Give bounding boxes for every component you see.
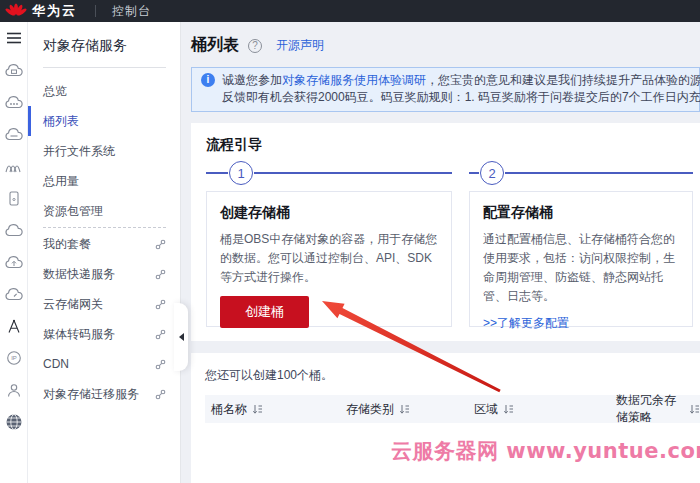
sort-icon[interactable]: [252, 404, 263, 415]
external-link-icon: [155, 239, 166, 250]
step1-number-badge: 1: [229, 161, 253, 185]
steps-row: 1 创建存储桶 桶是OBS中存储对象的容器，用于存储您的数据。您可以通过控制台、…: [206, 158, 700, 327]
banner-line1: 诚邀您参加对象存储服务使用体验调研，您宝贵的意见和建议是我们持续提升产品体验的源…: [222, 72, 700, 89]
survey-banner: i 诚邀您参加对象存储服务使用体验调研，您宝贵的意见和建议是我们持续提升产品体验…: [191, 67, 700, 112]
hamburger-menu-icon[interactable]: [6, 30, 22, 48]
step2-number-badge: 2: [480, 161, 504, 185]
topbar-divider: [95, 5, 96, 17]
step2-title: 配置存储桶: [483, 204, 679, 222]
sidebar-item-label: CDN: [43, 357, 69, 371]
banner-line2: 反馈即有机会获得2000码豆。码豆奖励规则：1. 码豆奖励将于问卷提交后的7个工…: [222, 89, 700, 106]
column-label: 桶名称: [211, 401, 247, 418]
page-title: 桶列表: [191, 35, 239, 56]
page-header: 桶列表 ? 开源声明: [191, 35, 700, 56]
sidebar-divider: [43, 67, 166, 68]
cabinet-icon[interactable]: [4, 190, 24, 206]
bucket-table-header: 桶名称 存储类别 区域 数据冗余存储策略: [205, 395, 700, 423]
brand-name: 华为云: [32, 2, 77, 20]
learn-more-config-link[interactable]: >>了解更多配置: [483, 315, 569, 332]
sidebar-item-label: 云存储网关: [43, 296, 103, 313]
column-label: 存储类别: [346, 401, 394, 418]
ip-icon[interactable]: IP: [4, 350, 24, 366]
cloud-icon[interactable]: [4, 222, 24, 238]
sidebar-item-parallel-fs[interactable]: 并行文件系统: [28, 136, 180, 166]
sort-icon[interactable]: [503, 404, 514, 415]
sidebar-dashed-divider: [43, 227, 166, 228]
banner-line1-post: ，您宝贵的意见和建议是我们持续提升产品体验的源动力，感谢您的参与！: [426, 73, 700, 87]
sidebar-item-label: 总览: [43, 83, 67, 100]
external-link-icon: [155, 299, 166, 310]
step1-title: 创建存储桶: [220, 204, 438, 222]
external-link-icon: [155, 359, 166, 370]
external-link-icon: [155, 329, 166, 340]
step1-connector: 1: [206, 158, 452, 188]
survey-link[interactable]: 对象存储服务使用体验调研: [282, 73, 426, 87]
svg-text:IP: IP: [11, 355, 17, 361]
sidebar-item-cdn[interactable]: CDN: [28, 349, 180, 379]
column-storage-class[interactable]: 存储类别: [340, 401, 468, 418]
sidebar-item-media-transcoding[interactable]: 媒体转码服务: [28, 319, 180, 349]
sidebar-item-total-usage[interactable]: 总用量: [28, 166, 180, 196]
step2-card: 配置存储桶 通过配置桶信息、让存储桶符合您的使用要求，包括：访问权限控制，生命周…: [469, 191, 693, 327]
sidebar-item-label: 桶列表: [43, 113, 79, 130]
banner-body: 诚邀您参加对象存储服务使用体验调研，您宝贵的意见和建议是我们持续提升产品体验的源…: [222, 72, 700, 106]
sort-icon[interactable]: [399, 404, 410, 415]
bucket-quota-text: 您还可以创建100个桶。: [205, 367, 700, 384]
sidebar-item-label: 媒体转码服务: [43, 326, 115, 343]
topbar: 华为云 控制台: [0, 0, 700, 22]
console-link[interactable]: 控制台: [112, 3, 151, 20]
connector-line: [505, 172, 693, 174]
sidebar-collapse-handle[interactable]: [174, 303, 188, 371]
sidebar-item-label: 资源包管理: [43, 203, 103, 220]
beacon-icon[interactable]: [4, 318, 24, 334]
cloud-gauge-icon[interactable]: [4, 286, 24, 302]
column-bucket-name[interactable]: 桶名称: [205, 401, 340, 418]
main-content: 桶列表 ? 开源声明 i 诚邀您参加对象存储服务使用体验调研，您宝贵的意见和建议…: [181, 22, 700, 483]
sidebar-item-label: 对象存储迁移服务: [43, 386, 139, 403]
sidebar-item-oms[interactable]: 对象存储迁移服务: [28, 379, 180, 409]
obs-console-page: 华为云 控制台 IP 对象存储服务 总览 桶列表 并行文件系统 总用量 资源包管…: [0, 0, 700, 483]
column-redundancy-policy[interactable]: 数据冗余存储策略: [610, 392, 700, 426]
process-guide-card: 流程引导 1 创建存储桶 桶是OBS中存储对象的容器，用于存储您的数据。您可以通…: [191, 123, 700, 341]
cloud-bar-icon[interactable]: [4, 126, 24, 142]
sidebar-title: 对象存储服务: [28, 22, 180, 55]
sidebar-item-storage-gateway[interactable]: 云存储网关: [28, 289, 180, 319]
sidebar-item-resource-packages[interactable]: 资源包管理: [28, 196, 180, 226]
sort-icon[interactable]: [689, 404, 700, 415]
cloud-upload-icon[interactable]: [4, 254, 24, 270]
sidebar-item-data-express[interactable]: 数据快递服务: [28, 259, 180, 289]
step1-card: 创建存储桶 桶是OBS中存储对象的容器，用于存储您的数据。您可以通过控制台、AP…: [206, 191, 452, 327]
process-guide-title: 流程引导: [206, 136, 700, 154]
waves-icon[interactable]: [4, 158, 24, 174]
huawei-logo-icon: [5, 3, 27, 19]
create-bucket-button[interactable]: 创建桶: [220, 296, 309, 328]
cloud-storage-icon[interactable]: [4, 62, 24, 78]
step2-description: 通过配置桶信息、让存储桶符合您的使用要求，包括：访问权限控制，生命周期管理、防盗…: [483, 230, 679, 306]
user-icon[interactable]: [4, 382, 24, 398]
column-label: 区域: [474, 401, 498, 418]
connector-line: [206, 172, 228, 174]
service-sidebar: 对象存储服务 总览 桶列表 并行文件系统 总用量 资源包管理 我的套餐 数据快递…: [28, 22, 181, 483]
sidebar-item-label: 总用量: [43, 173, 79, 190]
watermark-text: 云服务器网 www.yuntue.com: [391, 437, 700, 465]
sidebar-item-bucket-list[interactable]: 桶列表: [28, 106, 180, 136]
cloud-dots-icon[interactable]: [4, 94, 24, 110]
banner-line1-pre: 诚邀您参加: [222, 73, 282, 87]
column-label: 数据冗余存储策略: [616, 392, 684, 426]
step1-description: 桶是OBS中存储对象的容器，用于存储您的数据。您可以通过控制台、API、SDK等…: [220, 230, 438, 287]
step2-connector: 2: [469, 158, 693, 188]
step-create-bucket: 1 创建存储桶 桶是OBS中存储对象的容器，用于存储您的数据。您可以通过控制台、…: [206, 158, 452, 327]
sidebar-item-overview[interactable]: 总览: [28, 76, 180, 106]
connector-line: [254, 172, 452, 174]
collapse-arrow-icon: [179, 333, 184, 341]
sidebar-item-my-plan[interactable]: 我的套餐: [28, 229, 180, 259]
connector-line: [469, 172, 479, 174]
sidebar-item-label: 并行文件系统: [43, 143, 115, 160]
external-link-icon: [155, 389, 166, 400]
column-region[interactable]: 区域: [468, 401, 610, 418]
help-icon[interactable]: ?: [248, 39, 262, 53]
sidebar-item-label: 数据快递服务: [43, 266, 115, 283]
globe-icon[interactable]: [5, 414, 23, 430]
opensource-statement-link[interactable]: 开源声明: [276, 37, 324, 54]
step-configure-bucket: 2 配置存储桶 通过配置桶信息、让存储桶符合您的使用要求，包括：访问权限控制，生…: [469, 158, 693, 327]
